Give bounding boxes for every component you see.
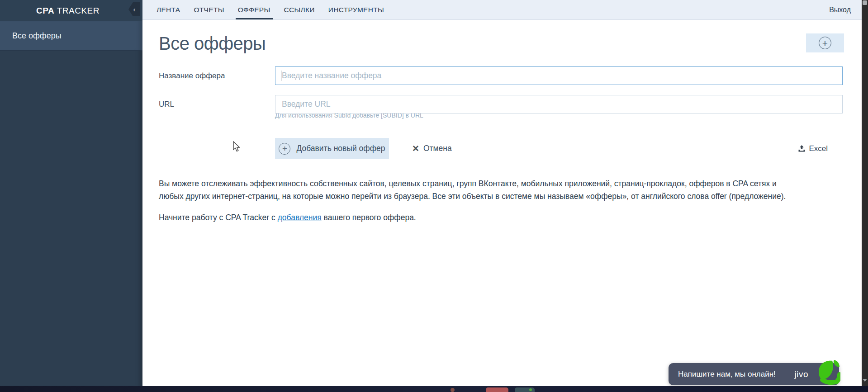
excel-label: Excel xyxy=(809,144,828,153)
offer-url-input[interactable] xyxy=(275,95,843,113)
tab-instrumenty[interactable]: ИНСТРУМЕНТЫ xyxy=(328,0,384,19)
description-line-1: Вы можете отслеживать эффективность собс… xyxy=(159,177,835,190)
taskbar-icon-red[interactable] xyxy=(486,387,508,392)
chat-message: Напишите нам, мы онлайн! xyxy=(678,370,776,379)
excel-export-button[interactable]: Excel xyxy=(798,144,828,153)
chat-widget[interactable]: Напишите нам, мы онлайн! jivo xyxy=(669,363,839,385)
app-logo-rest: TRACKER xyxy=(54,6,100,15)
upload-icon xyxy=(798,145,806,152)
tab-lenta[interactable]: ЛЕНТА xyxy=(157,0,180,19)
taskbar-icon[interactable] xyxy=(451,388,455,392)
sidebar: CPA TRACKER ‹ Все офферы xyxy=(0,0,142,386)
taskbar-icon-green[interactable] xyxy=(515,387,535,392)
offer-name-input[interactable] xyxy=(275,66,843,85)
app-logo-bold: CPA xyxy=(36,6,54,15)
tab-ssylki[interactable]: ССЫЛКИ xyxy=(284,0,315,19)
description-line-2: любых других интернет-страниц, на которы… xyxy=(159,190,835,203)
add-new-offer-label: Добавить новый оффер xyxy=(296,144,385,153)
scrollbar-thumb[interactable] xyxy=(863,0,867,5)
page-title: Все офферы xyxy=(159,33,266,54)
plus-circle-icon: + xyxy=(279,143,290,155)
jivo-logo: jivo xyxy=(794,369,808,379)
tab-otchety[interactable]: ОТЧЕТЫ xyxy=(194,0,224,19)
add-offer-link[interactable]: добавления xyxy=(278,213,322,222)
getting-started-suffix: вашего первого оффера. xyxy=(322,213,416,222)
sidebar-header: CPA TRACKER ‹ xyxy=(0,0,142,21)
tab-offery[interactable]: ОФФЕРЫ xyxy=(238,0,270,19)
close-icon: ✕ xyxy=(412,144,419,153)
taskbar-strip xyxy=(0,386,868,392)
sidebar-menu: Все офферы xyxy=(0,21,142,386)
top-navigation: ЛЕНТА ОТЧЕТЫ ОФФЕРЫ ССЫЛКИ ИНСТРУМЕНТЫ В… xyxy=(142,0,862,20)
nav-tabs: ЛЕНТА ОТЧЕТЫ ОФФЕРЫ ССЫЛКИ ИНСТРУМЕНТЫ xyxy=(157,0,384,19)
offer-url-label: URL xyxy=(159,100,275,109)
logout-link[interactable]: Выход xyxy=(829,6,851,14)
main-content: Все офферы + Название оффера URL Для исп… xyxy=(142,20,862,386)
page-scrollbar[interactable] xyxy=(862,0,868,386)
sidebar-collapse-button[interactable]: ‹ xyxy=(128,2,140,16)
description-paragraph: Вы можете отслеживать эффективность собс… xyxy=(159,177,835,203)
text-caret xyxy=(281,71,281,81)
getting-started-prefix: Начните работу с CPA Tracker с xyxy=(159,213,278,222)
plus-circle-icon: + xyxy=(819,37,831,49)
offer-name-label: Название оффера xyxy=(159,71,275,80)
new-offer-form: Название оффера URL Для использования Su… xyxy=(142,66,862,159)
sidebar-item-all-offers[interactable]: Все офферы xyxy=(0,21,142,51)
chevron-left-icon: ‹ xyxy=(133,5,136,13)
cancel-button[interactable]: ✕ Отмена xyxy=(412,144,452,153)
cancel-label: Отмена xyxy=(423,144,452,153)
add-new-offer-button[interactable]: + Добавить новый оффер xyxy=(275,138,389,159)
sidebar-item-label: Все офферы xyxy=(12,31,62,41)
scrollbar-down-arrow-icon[interactable] xyxy=(863,379,867,382)
getting-started-paragraph: Начните работу с CPA Tracker с добавлени… xyxy=(159,213,835,222)
jivo-leaf-icon xyxy=(817,359,840,387)
app-logo: CPA TRACKER xyxy=(36,6,100,16)
add-offer-toggle-button[interactable]: + xyxy=(806,33,844,52)
